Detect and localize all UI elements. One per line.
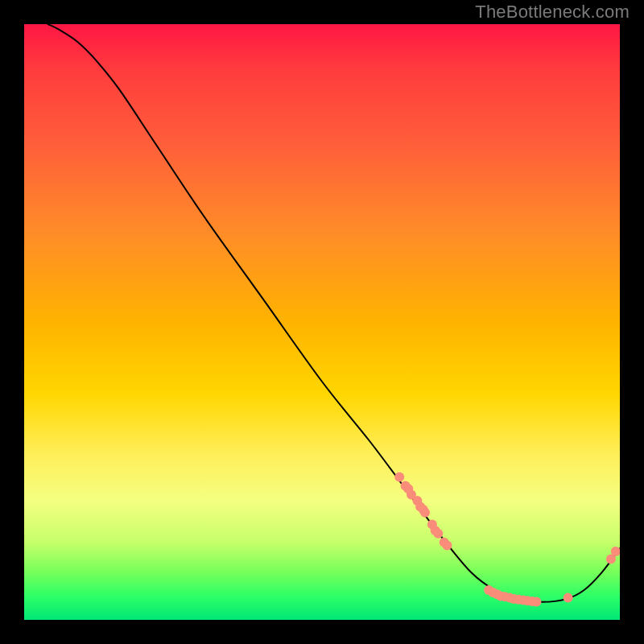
chart-container: TheBottleneck.com	[0, 0, 644, 644]
data-point	[564, 593, 573, 603]
watermark-text: TheBottleneck.com	[475, 2, 630, 23]
data-point	[531, 597, 541, 606]
data-point	[442, 541, 452, 551]
data-point	[420, 508, 430, 518]
data-point	[394, 472, 404, 481]
scatter-points	[394, 472, 620, 606]
bottleneck-curve	[48, 24, 620, 602]
data-point	[433, 529, 443, 539]
chart-svg	[24, 24, 620, 620]
